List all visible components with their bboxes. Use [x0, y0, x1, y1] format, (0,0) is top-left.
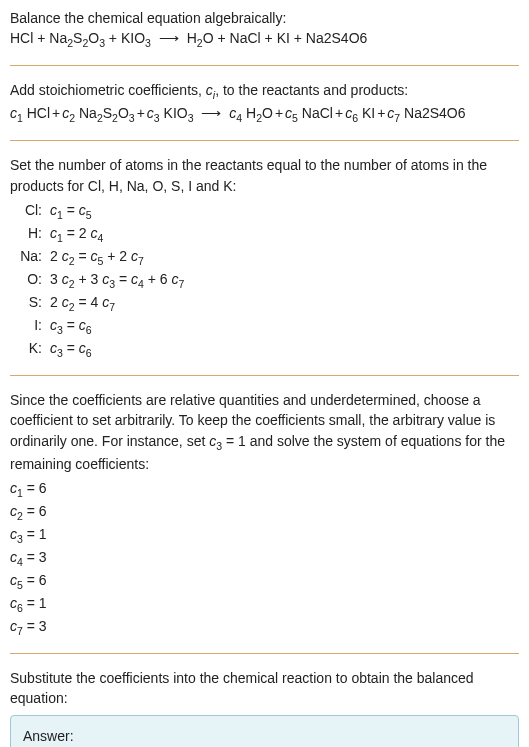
term: KI [277, 30, 290, 46]
plus: + [214, 30, 230, 46]
element-label: Na: [10, 246, 46, 269]
coef-row: c1 = 6 [10, 478, 519, 501]
arrow-icon: ⟶ [197, 105, 225, 121]
equation-with-coefs: c1 HCl+c2 Na2S2O3+c3 KIO3 ⟶ c4 H2O+c5 Na… [10, 103, 519, 126]
plus: + [33, 30, 49, 46]
term: H [187, 30, 197, 46]
intro-text: Add stoichiometric coefficients, ci, to … [10, 80, 519, 103]
answer-label: Answer: [23, 726, 506, 746]
arrow-icon: ⟶ [155, 30, 183, 46]
subscript: 3 [129, 112, 135, 124]
coef: c [147, 105, 154, 121]
var-c: c [206, 82, 213, 98]
table-row: K: c3 = c6 [10, 338, 188, 361]
intro-text: Since the coefficients are relative quan… [10, 390, 519, 474]
subscript: 3 [188, 112, 194, 124]
coef-row: c6 = 1 [10, 593, 519, 616]
table-row: I: c3 = c6 [10, 315, 188, 338]
term: O [203, 30, 214, 46]
table-row: Cl: c1 = c5 [10, 200, 188, 223]
section-answer: Substitute the coefficients into the che… [10, 668, 519, 747]
equation: c3 = c6 [46, 338, 188, 361]
term: Na [75, 105, 97, 121]
term: S [103, 105, 112, 121]
term: NaCl [298, 105, 333, 121]
table-row: Na: 2 c2 = c5 + 2 c7 [10, 246, 188, 269]
intro-text: Balance the chemical equation algebraica… [10, 8, 519, 28]
coef-row: c5 = 6 [10, 570, 519, 593]
element-label: I: [10, 315, 46, 338]
element-label: O: [10, 269, 46, 292]
element-label: K: [10, 338, 46, 361]
element-label: S: [10, 292, 46, 315]
section-atom-equations: Set the number of atoms in the reactants… [10, 155, 519, 376]
text: Add stoichiometric coefficients, [10, 82, 206, 98]
intro-text: Set the number of atoms in the reactants… [10, 155, 519, 196]
equation: 3 c2 + 3 c3 = c4 + 6 c7 [46, 269, 188, 292]
coef-row: c7 = 3 [10, 616, 519, 639]
plus: + [273, 105, 285, 121]
subscript: 3 [145, 37, 151, 49]
table-row: H: c1 = 2 c4 [10, 223, 188, 246]
plus: + [261, 30, 277, 46]
element-label: H: [10, 223, 46, 246]
plus: + [333, 105, 345, 121]
atom-equation-table: Cl: c1 = c5 H: c1 = 2 c4 Na: 2 c2 = c5 +… [10, 200, 188, 361]
plus: + [50, 105, 62, 121]
plus: + [105, 30, 121, 46]
term: O [88, 30, 99, 46]
coef: c [10, 105, 17, 121]
intro-text: Substitute the coefficients into the che… [10, 668, 519, 709]
equation: 2 c2 = 4 c7 [46, 292, 188, 315]
term: HCl [23, 105, 50, 121]
table-row: O: 3 c2 + 3 c3 = c4 + 6 c7 [10, 269, 188, 292]
plus: + [375, 105, 387, 121]
term: S [73, 30, 82, 46]
equation: c3 = c6 [46, 315, 188, 338]
section-coefficients: Add stoichiometric coefficients, ci, to … [10, 80, 519, 141]
term: O [262, 105, 273, 121]
section-solve: Since the coefficients are relative quan… [10, 390, 519, 654]
term: Na2S4O6 [306, 30, 367, 46]
plus: + [135, 105, 147, 121]
coef-row: c3 = 1 [10, 524, 519, 547]
table-row: S: 2 c2 = 4 c7 [10, 292, 188, 315]
equation-unbalanced: HCl + Na2S2O3 + KIO3 ⟶ H2O + NaCl + KI +… [10, 28, 519, 51]
equation: c1 = c5 [46, 200, 188, 223]
term: KIO [121, 30, 145, 46]
element-label: Cl: [10, 200, 46, 223]
coefficient-values: c1 = 6 c2 = 6 c3 = 1 c4 = 3 c5 = 6 c6 = … [10, 478, 519, 639]
answer-box: Answer: 6 HCl + 6 Na2S2O3 + KIO3 ⟶ 3 H2O… [10, 715, 519, 747]
term: O [118, 105, 129, 121]
equation: c1 = 2 c4 [46, 223, 188, 246]
term: KIO [160, 105, 188, 121]
plus: + [290, 30, 306, 46]
term: HCl [10, 30, 33, 46]
coef-row: c2 = 6 [10, 501, 519, 524]
section-balance: Balance the chemical equation algebraica… [10, 8, 519, 66]
equation: 2 c2 = c5 + 2 c7 [46, 246, 188, 269]
text: , to the reactants and products: [215, 82, 408, 98]
term: Na [49, 30, 67, 46]
coef-row: c4 = 3 [10, 547, 519, 570]
term: NaCl [230, 30, 261, 46]
term: Na2S4O6 [400, 105, 465, 121]
term: KI [358, 105, 375, 121]
term: H [242, 105, 256, 121]
